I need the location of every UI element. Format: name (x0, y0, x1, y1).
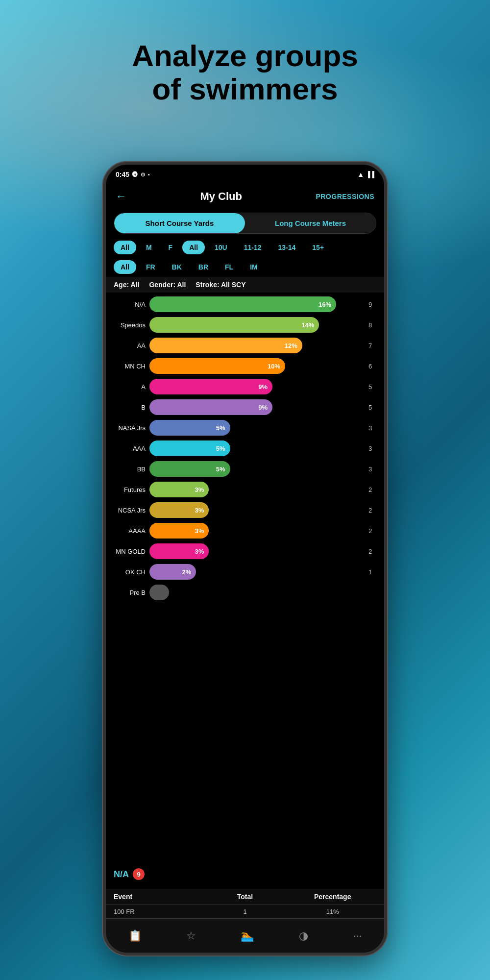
chart-row-label: A (114, 383, 146, 391)
filter-br[interactable]: BR (192, 260, 215, 274)
chart-row-label: Futures (114, 486, 146, 493)
filter-13-14[interactable]: 13-14 (271, 241, 303, 254)
chart-count: 5 (368, 383, 376, 391)
chart-row[interactable]: Pre B (114, 585, 376, 600)
chart-count: 2 (368, 486, 376, 493)
chart-row[interactable]: MN GOLD3%2 (114, 543, 376, 559)
status-left: 0:45 🅐 ⊙ ▪ (116, 171, 150, 178)
chart-count: 3 (368, 445, 376, 452)
col-total: Total (201, 893, 289, 901)
filter-all-gender[interactable]: All (114, 241, 136, 254)
col-percentage: Percentage (289, 893, 376, 901)
chart-bar: 3% (149, 482, 209, 497)
chart-bar-container: 5% (149, 441, 362, 456)
chart-row[interactable]: Speedos14%8 (114, 317, 376, 333)
gender-summary: Gender: All (149, 281, 186, 289)
nav-icon-star[interactable]: ☆ (186, 930, 196, 942)
chart-bar-container: 3% (149, 502, 362, 518)
filter-all-age[interactable]: All (182, 241, 205, 254)
filter-fr[interactable]: FR (139, 260, 162, 274)
course-short-yards[interactable]: Short Course Yards (114, 213, 245, 233)
summary-row: Age: All Gender: All Stroke: All SCY (106, 277, 384, 293)
chart-row[interactable]: MN CH10%6 (114, 358, 376, 374)
nav-icon-contrast[interactable]: ◑ (299, 930, 308, 942)
header-title: My Club (200, 190, 242, 203)
nav-icon-more[interactable]: ··· (353, 930, 362, 942)
chart-bar: 12% (149, 338, 302, 353)
filter-all-stroke[interactable]: All (114, 260, 136, 274)
chart-bar: 9% (149, 379, 272, 394)
chart-count: 1 (368, 568, 376, 576)
chart-row-label: OK CH (114, 568, 146, 576)
chart-row[interactable]: BB5%3 (114, 461, 376, 477)
chart-count: 6 (368, 363, 376, 370)
signal-icon: ▐▐ (366, 171, 374, 178)
filter-11-12[interactable]: 11-12 (237, 241, 269, 254)
chart-row-label: Pre B (114, 589, 146, 596)
na-label: N/A (114, 869, 129, 880)
back-button[interactable]: ← (116, 190, 126, 203)
chart-count: 5 (368, 404, 376, 411)
chart-bar: 5% (149, 461, 230, 477)
chart-row[interactable]: AA12%7 (114, 338, 376, 353)
bottom-nav: 📋 ☆ 🏊 ◑ ··· (106, 918, 384, 953)
chart-bar-container: 3% (149, 543, 362, 559)
chart-row[interactable]: OK CH2%1 (114, 564, 376, 580)
phone-frame: 0:45 🅐 ⊙ ▪ ▲ ▐▐ ← My Club PROGRESSIONS S… (103, 162, 387, 956)
chart-bar-container: 2% (149, 564, 362, 580)
chart-count: 2 (368, 507, 376, 514)
chart-bar (149, 585, 169, 600)
chart-bar-container: 12% (149, 338, 362, 353)
cell-total: 1 (201, 908, 289, 915)
chart-count: 3 (368, 424, 376, 432)
chart-row[interactable]: B9%5 (114, 399, 376, 415)
chart-row[interactable]: AAA5%3 (114, 441, 376, 456)
chart-row-label: N/A (114, 301, 146, 308)
filter-female[interactable]: F (162, 241, 180, 254)
course-selector: Short Course Yards Long Course Meters (114, 213, 376, 234)
chart-row-label: NCSA Jrs (114, 507, 146, 514)
chart-row-label: AAA (114, 445, 146, 452)
chart-bar: 3% (149, 523, 209, 539)
status-bar: 0:45 🅐 ⊙ ▪ ▲ ▐▐ (106, 165, 384, 184)
chart-bar-container: 5% (149, 461, 362, 477)
chart-bar-container: 14% (149, 317, 362, 333)
chart-bar-container: 5% (149, 420, 362, 436)
chart-row-label: MN CH (114, 363, 146, 370)
chart-row-label: BB (114, 466, 146, 473)
app-content: ← My Club PROGRESSIONS Short Course Yard… (106, 184, 384, 953)
chart-count: 2 (368, 527, 376, 535)
chart-bar: 5% (149, 441, 230, 456)
chart-row[interactable]: NCSA Jrs3%2 (114, 502, 376, 518)
cell-percentage: 11% (289, 908, 376, 915)
filter-10u[interactable]: 10U (208, 241, 234, 254)
status-right: ▲ ▐▐ (357, 171, 374, 178)
chart-bar: 2% (149, 564, 196, 580)
filter-bk[interactable]: BK (165, 260, 189, 274)
chart-row[interactable]: A9%5 (114, 379, 376, 394)
stroke-filter-row: All FR BK BR FL IM (106, 257, 384, 277)
location-icon: ⊙ (141, 172, 145, 178)
notification-icon: 🅐 (132, 172, 138, 177)
chart-count: 2 (368, 548, 376, 555)
chart-bar: 14% (149, 317, 319, 333)
chart-row[interactable]: Futures3%2 (114, 482, 376, 497)
chart-bar: 9% (149, 399, 272, 415)
chart-bar-container: 3% (149, 482, 362, 497)
chart-row[interactable]: NASA Jrs5%3 (114, 420, 376, 436)
chart-row[interactable]: N/A16%9 (114, 296, 376, 312)
filter-im[interactable]: IM (243, 260, 265, 274)
chart-row[interactable]: AAAA3%2 (114, 523, 376, 539)
nav-icon-swimmer[interactable]: 🏊 (241, 930, 254, 942)
filter-male[interactable]: M (139, 241, 159, 254)
nav-icon-clipboard[interactable]: 📋 (128, 930, 142, 942)
chart-row-label: AAAA (114, 527, 146, 535)
footer-table: Event Total Percentage 100 FR 1 11% (106, 889, 384, 918)
chart-row-label: Speedos (114, 321, 146, 329)
footer-table-header: Event Total Percentage (106, 889, 384, 905)
filter-15plus[interactable]: 15+ (305, 241, 331, 254)
course-long-meters[interactable]: Long Course Meters (245, 213, 376, 233)
chart-count: 8 (368, 321, 376, 329)
progressions-button[interactable]: PROGRESSIONS (316, 193, 374, 200)
filter-fl[interactable]: FL (218, 260, 240, 274)
